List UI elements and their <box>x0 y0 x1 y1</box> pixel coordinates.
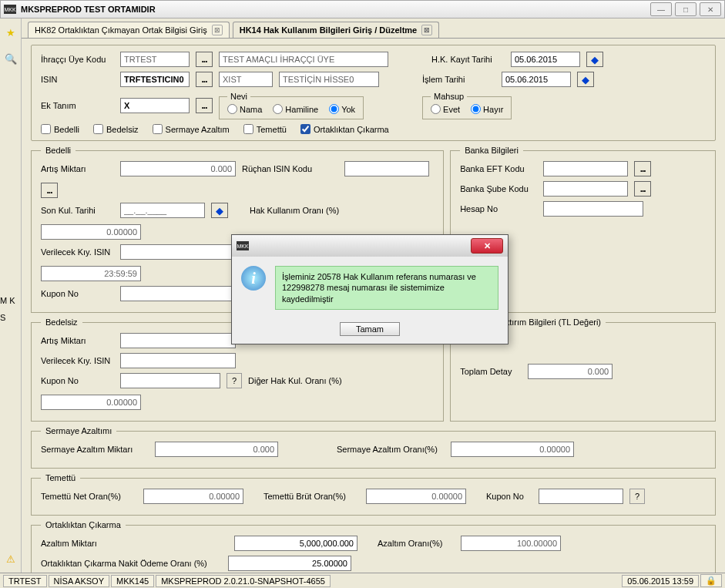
sidebar-label: M K S <box>0 292 21 326</box>
oc-azaltim-label: Azaltım Miktarı <box>41 539 114 548</box>
tab-close-icon[interactable]: ⊠ <box>212 25 223 35</box>
sube-label: Banka Şube Kodu <box>460 184 537 193</box>
verilecek-label: Verilecek Kıy. ISIN <box>41 247 114 257</box>
isin-code <box>219 72 273 87</box>
bz-verilecek-label: Verilecek Kıy. ISIN <box>41 356 114 365</box>
islem-tarih-label: İşlem Tarihi <box>422 75 495 84</box>
oc-oran-input <box>461 536 561 551</box>
sa-miktar-input <box>155 442 278 457</box>
sonsaat-input <box>41 266 141 281</box>
oc-nakit-label: Ortaklıktan Çıkarma Nakit Ödeme Oranı (%… <box>41 559 222 568</box>
islem-tarih-input[interactable] <box>502 72 571 87</box>
hk-tarih-input[interactable] <box>511 52 580 67</box>
hesap-input <box>543 201 643 217</box>
isin-input[interactable] <box>120 72 190 87</box>
close-button[interactable]: ✕ <box>700 2 721 16</box>
message-dialog: MKK ✕ i İşleminiz 20578 Hak Kullanım ref… <box>231 234 509 344</box>
mahsup-hayir-radio[interactable]: Hayır <box>471 104 503 114</box>
nevi-nama-radio[interactable]: Nama <box>227 104 262 114</box>
dialog-close-button[interactable]: ✕ <box>471 238 503 254</box>
ruchan-label: Rüçhan ISIN Kodu <box>242 164 338 173</box>
hesap-label: Hesap No <box>460 204 537 213</box>
sermaye-legend: Sermaye Azaltımı <box>41 426 116 435</box>
left-sidebar: ★ 🔍 M K S ⚠ <box>0 18 22 573</box>
eft-input <box>543 161 628 176</box>
tm-kupon-input <box>539 489 623 504</box>
ortaklik-legend: Ortaklıktan Çıkarma <box>41 520 126 529</box>
ek-tanim-lookup-button[interactable]: ... <box>196 98 213 113</box>
bz-artis-input <box>120 333 236 348</box>
sa-oran-label: Sermaye Azaltım Oranı(%) <box>337 445 445 454</box>
isin-lookup-button[interactable]: ... <box>196 72 213 87</box>
oc-nakit-input[interactable] <box>228 556 351 571</box>
sa-miktar-label: Sermaye Azaltım Miktarı <box>41 445 149 454</box>
titlebar: MKK MKSPREPROD TEST ORTAMIDIR — □ ✕ <box>0 0 725 18</box>
ortaklik-check[interactable]: Ortaklıktan Çıkarma <box>300 124 389 134</box>
sermaye-check[interactable]: Sermaye Azaltım <box>153 124 230 134</box>
maximize-button[interactable]: □ <box>675 2 696 16</box>
lock-icon: 🔒 <box>700 574 722 587</box>
mahsup-group: Mahsup Evet Hayır <box>422 92 512 119</box>
oc-azaltim-input[interactable] <box>234 536 357 551</box>
ruchan-input <box>344 161 429 176</box>
nevi-yok-radio[interactable]: Yok <box>329 104 355 114</box>
hakoran-label: Hak Kullanım Oranı (%) <box>250 206 346 215</box>
minimize-button[interactable]: — <box>650 2 672 16</box>
mahsup-evet-radio[interactable]: Evet <box>431 104 460 114</box>
warning-icon[interactable]: ⚠ <box>5 553 17 565</box>
sermaye-group: Sermaye Azaltımı Sermaye Azaltım Miktarı… <box>31 426 716 469</box>
eft-lookup-button[interactable]: ... <box>634 161 651 176</box>
sube-input <box>543 181 628 197</box>
tabstrip: HK82 Ortaklıktan Çıkmayan Ortak Bilgisi … <box>22 18 725 39</box>
sonkul-picker[interactable]: ◆ <box>211 203 228 218</box>
verilecek-input <box>120 244 236 260</box>
bz-help-button[interactable]: ? <box>227 373 242 388</box>
app-icon: MKK <box>4 5 16 14</box>
search-icon[interactable]: 🔍 <box>5 52 17 65</box>
tm-brut-label: Temettü Brüt Oran(%) <box>263 492 360 501</box>
sube-lookup-button[interactable]: ... <box>634 181 651 197</box>
hk-tarih-label: H.K. Kayıt Tarihi <box>431 55 505 64</box>
ortaklik-group: Ortaklıktan Çıkarma Azaltım Miktarı Azal… <box>31 520 716 573</box>
hakoran-input <box>41 224 141 240</box>
bedelli-check[interactable]: Bedelli <box>41 124 79 134</box>
dialog-message: İşleminiz 20578 Hak Kullanım referans nu… <box>275 266 498 310</box>
eft-label: Banka EFT Kodu <box>460 164 537 173</box>
dialog-app-icon: MKK <box>237 241 249 250</box>
tab-hk82[interactable]: HK82 Ortaklıktan Çıkmayan Ortak Bilgisi … <box>28 22 230 38</box>
sonkul-input <box>120 203 205 218</box>
tab-hk14[interactable]: HK14 Hak Kullanım Bilgileri Giriş / Düze… <box>233 22 439 38</box>
status-version: MKSPREPROD 2.0.21.0-SNAPSHOT-4655 <box>156 575 331 587</box>
tab-label: HK82 Ortaklıktan Çıkmayan Ortak Bilgisi … <box>35 25 207 35</box>
isin-label: ISIN <box>41 75 114 84</box>
status-time: 05.06.2015 13:59 <box>622 575 699 587</box>
islem-tarih-picker[interactable]: ◆ <box>577 72 594 87</box>
artis-input <box>120 161 236 176</box>
nevi-hamiline-radio[interactable]: Hamiline <box>273 104 318 114</box>
artis-label: Artış Miktarı <box>41 164 114 173</box>
temettu-group: Temettü Temettü Net Oran(%) Temettü Brüt… <box>31 473 716 516</box>
window-title: MKSPREPROD TEST ORTAMIDIR <box>21 5 650 14</box>
tm-help-button[interactable]: ? <box>629 489 645 504</box>
tm-net-input <box>143 489 243 504</box>
temettu-check[interactable]: Temettü <box>243 124 287 134</box>
ihracci-label: İhraççı Üye Kodu <box>41 55 114 64</box>
bz-kupon-input <box>120 373 220 388</box>
ek-tanim-input[interactable] <box>120 98 190 113</box>
dialog-ok-button[interactable]: Tamam <box>340 322 400 336</box>
toplam-input <box>528 364 613 379</box>
tm-net-label: Temettü Net Oran(%) <box>41 492 137 501</box>
ihracci-kodu-input[interactable] <box>120 52 190 67</box>
ruchan-lookup-button[interactable]: ... <box>41 183 58 198</box>
nevi-group: Nevi Nama Hamiline Yok <box>219 92 364 119</box>
sonkul-label: Son Kul. Tarihi <box>41 206 114 215</box>
bedelsiz-check[interactable]: Bedelsiz <box>93 124 139 134</box>
dialog-titlebar: MKK ✕ <box>232 235 508 257</box>
hk-tarih-picker[interactable]: ◆ <box>586 52 603 67</box>
ihracci-lookup-button[interactable]: ... <box>196 52 213 67</box>
tab-close-icon[interactable]: ⊠ <box>421 25 432 35</box>
nevi-legend: Nevi <box>227 92 250 101</box>
bz-artis-label: Artış Miktarı <box>41 336 114 345</box>
temettu-legend: Temettü <box>41 473 80 482</box>
favorite-icon[interactable]: ★ <box>5 26 17 39</box>
